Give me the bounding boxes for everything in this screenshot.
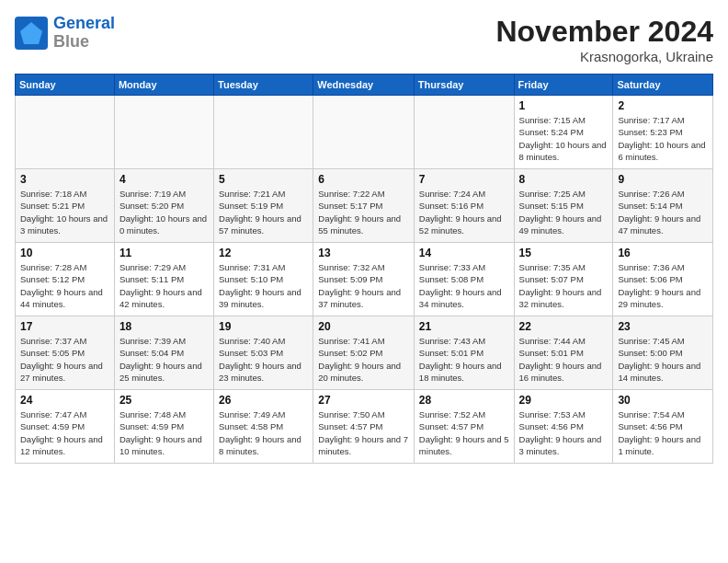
calendar-cell: 20Sunrise: 7:41 AM Sunset: 5:02 PM Dayli… [313, 316, 415, 390]
day-number: 6 [318, 173, 409, 186]
day-number: 15 [519, 247, 609, 259]
calendar-cell: 24Sunrise: 7:47 AM Sunset: 4:59 PM Dayli… [16, 390, 115, 464]
day-info: Sunrise: 7:15 AM Sunset: 5:24 PM Dayligh… [519, 114, 609, 163]
day-header-wednesday: Wednesday [313, 75, 415, 96]
calendar-cell: 27Sunrise: 7:50 AM Sunset: 4:57 PM Dayli… [313, 390, 415, 464]
day-number: 22 [519, 320, 609, 333]
day-info: Sunrise: 7:22 AM Sunset: 5:17 PM Dayligh… [318, 188, 409, 236]
week-row-0: 1Sunrise: 7:15 AM Sunset: 5:24 PM Daylig… [16, 96, 713, 169]
day-header-thursday: Thursday [414, 75, 514, 96]
page-header: General Blue November 2024 Krasnogorka, … [15, 15, 713, 64]
title-block: November 2024 Krasnogorka, Ukraine [495, 15, 713, 64]
week-row-3: 17Sunrise: 7:37 AM Sunset: 5:05 PM Dayli… [16, 316, 713, 390]
day-number: 4 [119, 173, 209, 186]
calendar-cell: 2Sunrise: 7:17 AM Sunset: 5:23 PM Daylig… [613, 96, 713, 169]
day-number: 12 [219, 247, 308, 259]
calendar-cell: 6Sunrise: 7:22 AM Sunset: 5:17 PM Daylig… [313, 169, 415, 243]
day-number: 24 [20, 394, 109, 407]
day-header-saturday: Saturday [613, 75, 713, 96]
day-number: 21 [419, 320, 509, 333]
day-number: 2 [618, 99, 708, 112]
day-info: Sunrise: 7:26 AM Sunset: 5:14 PM Dayligh… [618, 188, 708, 236]
day-number: 28 [419, 394, 509, 407]
day-header-tuesday: Tuesday [214, 75, 313, 96]
calendar-cell: 15Sunrise: 7:35 AM Sunset: 5:07 PM Dayli… [514, 243, 613, 316]
day-number: 3 [20, 173, 109, 186]
day-number: 30 [618, 394, 708, 407]
calendar-cell: 28Sunrise: 7:52 AM Sunset: 4:57 PM Dayli… [414, 390, 514, 464]
calendar-cell [414, 96, 514, 169]
day-info: Sunrise: 7:52 AM Sunset: 4:57 PM Dayligh… [419, 408, 509, 457]
day-info: Sunrise: 7:28 AM Sunset: 5:12 PM Dayligh… [20, 261, 109, 310]
day-info: Sunrise: 7:21 AM Sunset: 5:19 PM Dayligh… [219, 188, 308, 236]
week-row-2: 10Sunrise: 7:28 AM Sunset: 5:12 PM Dayli… [16, 243, 713, 316]
day-number: 9 [618, 173, 708, 186]
calendar-cell [214, 96, 313, 169]
calendar-cell [114, 96, 213, 169]
week-row-1: 3Sunrise: 7:18 AM Sunset: 5:21 PM Daylig… [16, 169, 713, 243]
calendar-cell: 17Sunrise: 7:37 AM Sunset: 5:05 PM Dayli… [16, 316, 115, 390]
calendar-cell: 12Sunrise: 7:31 AM Sunset: 5:10 PM Dayli… [214, 243, 313, 316]
day-number: 10 [20, 247, 109, 259]
day-info: Sunrise: 7:33 AM Sunset: 5:08 PM Dayligh… [419, 261, 509, 310]
day-info: Sunrise: 7:41 AM Sunset: 5:02 PM Dayligh… [318, 335, 409, 384]
logo: General Blue [15, 15, 115, 52]
day-info: Sunrise: 7:50 AM Sunset: 4:57 PM Dayligh… [318, 408, 409, 457]
day-number: 29 [519, 394, 609, 407]
calendar-cell: 21Sunrise: 7:43 AM Sunset: 5:01 PM Dayli… [414, 316, 514, 390]
calendar-cell: 3Sunrise: 7:18 AM Sunset: 5:21 PM Daylig… [16, 169, 115, 243]
day-number: 8 [519, 173, 609, 186]
location: Krasnogorka, Ukraine [495, 49, 713, 64]
day-number: 26 [219, 394, 308, 407]
day-info: Sunrise: 7:25 AM Sunset: 5:15 PM Dayligh… [519, 188, 609, 236]
calendar-cell: 19Sunrise: 7:40 AM Sunset: 5:03 PM Dayli… [214, 316, 313, 390]
day-header-monday: Monday [114, 75, 213, 96]
calendar-cell: 9Sunrise: 7:26 AM Sunset: 5:14 PM Daylig… [613, 169, 713, 243]
calendar-cell: 18Sunrise: 7:39 AM Sunset: 5:04 PM Dayli… [114, 316, 213, 390]
week-row-4: 24Sunrise: 7:47 AM Sunset: 4:59 PM Dayli… [16, 390, 713, 464]
day-info: Sunrise: 7:40 AM Sunset: 5:03 PM Dayligh… [219, 335, 308, 384]
day-number: 18 [119, 320, 209, 333]
calendar-cell [313, 96, 415, 169]
calendar-cell: 7Sunrise: 7:24 AM Sunset: 5:16 PM Daylig… [414, 169, 514, 243]
day-info: Sunrise: 7:24 AM Sunset: 5:16 PM Dayligh… [419, 188, 509, 236]
calendar-cell: 8Sunrise: 7:25 AM Sunset: 5:15 PM Daylig… [514, 169, 613, 243]
calendar-cell: 23Sunrise: 7:45 AM Sunset: 5:00 PM Dayli… [613, 316, 713, 390]
calendar-cell: 5Sunrise: 7:21 AM Sunset: 5:19 PM Daylig… [214, 169, 313, 243]
day-number: 11 [119, 247, 209, 259]
day-number: 17 [20, 320, 109, 333]
day-info: Sunrise: 7:36 AM Sunset: 5:06 PM Dayligh… [618, 261, 708, 310]
day-info: Sunrise: 7:18 AM Sunset: 5:21 PM Dayligh… [20, 188, 109, 236]
day-info: Sunrise: 7:53 AM Sunset: 4:56 PM Dayligh… [519, 408, 609, 457]
day-info: Sunrise: 7:19 AM Sunset: 5:20 PM Dayligh… [119, 188, 209, 236]
day-info: Sunrise: 7:39 AM Sunset: 5:04 PM Dayligh… [119, 335, 209, 384]
calendar-cell: 26Sunrise: 7:49 AM Sunset: 4:58 PM Dayli… [214, 390, 313, 464]
day-info: Sunrise: 7:49 AM Sunset: 4:58 PM Dayligh… [219, 408, 308, 457]
calendar: SundayMondayTuesdayWednesdayThursdayFrid… [15, 74, 713, 464]
day-number: 25 [119, 394, 209, 407]
calendar-cell: 4Sunrise: 7:19 AM Sunset: 5:20 PM Daylig… [114, 169, 213, 243]
day-header-friday: Friday [514, 75, 613, 96]
calendar-cell: 22Sunrise: 7:44 AM Sunset: 5:01 PM Dayli… [514, 316, 613, 390]
day-number: 23 [618, 320, 708, 333]
day-number: 16 [618, 247, 708, 259]
day-info: Sunrise: 7:32 AM Sunset: 5:09 PM Dayligh… [318, 261, 409, 310]
day-info: Sunrise: 7:45 AM Sunset: 5:00 PM Dayligh… [618, 335, 708, 384]
day-info: Sunrise: 7:37 AM Sunset: 5:05 PM Dayligh… [20, 335, 109, 384]
day-header-sunday: Sunday [16, 75, 115, 96]
day-info: Sunrise: 7:54 AM Sunset: 4:56 PM Dayligh… [618, 408, 708, 457]
calendar-cell: 14Sunrise: 7:33 AM Sunset: 5:08 PM Dayli… [414, 243, 514, 316]
calendar-cell [16, 96, 115, 169]
day-number: 1 [519, 99, 609, 112]
day-number: 7 [419, 173, 509, 186]
day-info: Sunrise: 7:29 AM Sunset: 5:11 PM Dayligh… [119, 261, 209, 310]
logo-icon [15, 17, 48, 50]
day-number: 5 [219, 173, 308, 186]
day-info: Sunrise: 7:43 AM Sunset: 5:01 PM Dayligh… [419, 335, 509, 384]
day-number: 13 [318, 247, 409, 259]
logo-text: General Blue [53, 15, 115, 52]
day-info: Sunrise: 7:44 AM Sunset: 5:01 PM Dayligh… [519, 335, 609, 384]
calendar-header-row: SundayMondayTuesdayWednesdayThursdayFrid… [16, 75, 713, 96]
day-number: 20 [318, 320, 409, 333]
calendar-cell: 10Sunrise: 7:28 AM Sunset: 5:12 PM Dayli… [16, 243, 115, 316]
